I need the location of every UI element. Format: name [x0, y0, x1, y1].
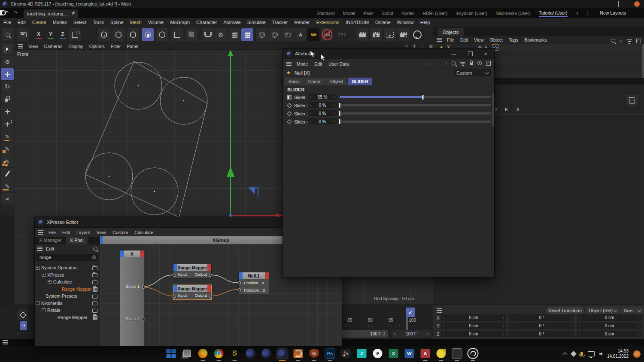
- taskbar-app-icon[interactable]: Z: [356, 348, 368, 359]
- redo-icon[interactable]: ↷: [14, 10, 18, 16]
- timeline-marker[interactable]: 0: [20, 321, 27, 330]
- taskbar-app-icon[interactable]: [436, 348, 447, 359]
- step-right-icon[interactable]: ›: [334, 103, 335, 107]
- taskbar-app-icon[interactable]: [213, 348, 225, 359]
- attributes-menu-item[interactable]: Edit: [314, 61, 322, 66]
- taskbar-app-icon[interactable]: [468, 348, 479, 359]
- objects-tab[interactable]: Objects: [437, 28, 464, 36]
- rm1-input-port[interactable]: [173, 274, 176, 277]
- clear-search-icon[interactable]: ✕: [92, 255, 96, 259]
- slider-value-stepper[interactable]: ‹ 0 % ›: [307, 110, 337, 116]
- add-tab-button[interactable]: +: [72, 9, 76, 16]
- spline-pen-tool[interactable]: ✎: [1, 130, 14, 142]
- model-mode-icon[interactable]: [142, 28, 154, 41]
- step-right-icon[interactable]: ›: [334, 111, 335, 115]
- keyframe-icon[interactable]: [287, 119, 292, 124]
- axis-x-button[interactable]: X: [33, 28, 45, 41]
- target-icon[interactable]: [477, 61, 482, 65]
- tree-item[interactable]: Range Mapper: [35, 314, 100, 321]
- filter-icon[interactable]: [460, 62, 465, 63]
- layout-tab[interactable]: HDRI (User): [422, 9, 447, 17]
- reset-transform-button[interactable]: Reset Transform: [546, 307, 584, 314]
- layout-toggle[interactable]: [0, 10, 6, 15]
- maximize-button[interactable]: [618, 2, 619, 7]
- mode-select[interactable]: Object (Rel): [586, 307, 620, 314]
- taskbar-app-icon[interactable]: [261, 348, 272, 359]
- fcurve-mode-icon[interactable]: ↙: [406, 308, 415, 317]
- object-manager-menu-icon[interactable]: [437, 38, 442, 42]
- position-field[interactable]: ‹0 cm›: [441, 331, 506, 337]
- xpresso-menu-item[interactable]: View: [97, 230, 106, 235]
- material-ring-icon[interactable]: [411, 28, 423, 41]
- menu-item[interactable]: Select: [73, 20, 87, 25]
- menu-item[interactable]: Window: [397, 20, 414, 25]
- step-left-icon[interactable]: ‹: [310, 103, 311, 107]
- render-settings-icon[interactable]: [398, 28, 410, 41]
- home-icon[interactable]: ⌂: [620, 38, 623, 44]
- menu-item[interactable]: Spline: [110, 20, 124, 25]
- tree-item[interactable]: Rotate: [35, 307, 100, 314]
- xpresso-tab[interactable]: X-Manager: [35, 237, 66, 244]
- layout-tab[interactable]: Nodes: [401, 9, 414, 17]
- dropbox-icon[interactable]: [571, 351, 577, 357]
- add-layout-button[interactable]: +: [576, 10, 579, 16]
- annotation-a-icon[interactable]: A: [295, 28, 307, 41]
- search-icon[interactable]: [2, 28, 14, 41]
- speaker-icon[interactable]: [599, 352, 602, 356]
- keyframe-icon[interactable]: [287, 95, 292, 100]
- points-mode-icon[interactable]: [98, 28, 110, 41]
- tray-expand-icon[interactable]: [562, 352, 567, 357]
- taskbar-app-icon[interactable]: [197, 348, 209, 359]
- rotate-tool[interactable]: ↻: [1, 81, 14, 93]
- rotation-field[interactable]: ‹0 °›: [509, 331, 574, 337]
- x-null-node[interactable]: X Slider 1 Slider 2: [120, 250, 144, 346]
- size-field[interactable]: ‹0 cm›: [577, 331, 642, 337]
- popout-icon[interactable]: [486, 61, 491, 66]
- layout-tab[interactable]: Insydium (User): [456, 9, 487, 17]
- taskbar-app-icon[interactable]: A: [420, 348, 431, 359]
- target-circle-icon[interactable]: [256, 28, 268, 41]
- expand-icon[interactable]: [42, 273, 46, 277]
- viewport-menu-item[interactable]: Panel: [127, 44, 138, 49]
- taskbar-app-icon[interactable]: [452, 348, 463, 359]
- expand-icon[interactable]: [36, 301, 39, 305]
- menu-item[interactable]: Modes: [53, 20, 67, 25]
- object-manager-menu-item[interactable]: View: [474, 37, 484, 42]
- menu-item[interactable]: Create: [32, 20, 46, 25]
- attributes-tab[interactable]: SLIDER: [348, 78, 373, 85]
- step-left-icon[interactable]: ‹: [310, 95, 311, 99]
- maximize-button[interactable]: [466, 50, 474, 57]
- menu-item[interactable]: INSYDIUM: [346, 20, 369, 25]
- attributes-menu-item[interactable]: Mode: [297, 61, 308, 66]
- viewport-menu-icon[interactable]: [18, 44, 23, 48]
- attributes-menu-item[interactable]: User Data: [328, 61, 349, 66]
- object-manager-menu-item[interactable]: Bookmarks: [524, 37, 547, 42]
- document-tab[interactable]: touching_rectang... ×: [24, 9, 78, 18]
- search-icon[interactable]: [452, 61, 456, 65]
- gear-circle-icon[interactable]: [269, 28, 281, 41]
- layout-tab[interactable]: Tutorial (User): [539, 9, 568, 17]
- forward-icon[interactable]: →: [436, 60, 441, 66]
- clock[interactable]: 14:53 14.01.2022: [607, 349, 629, 359]
- xpresso-menu-item[interactable]: Edit: [62, 230, 70, 235]
- taskbar-app-icon[interactable]: [277, 348, 288, 359]
- step-right-icon[interactable]: ›: [334, 95, 335, 99]
- workplane-mode-icon[interactable]: [185, 28, 197, 41]
- layout-tab[interactable]: Paint: [363, 9, 374, 17]
- xpool-menu-icon[interactable]: [37, 247, 43, 251]
- attributes-menu-icon[interactable]: [286, 62, 292, 66]
- menu-item[interactable]: Help: [420, 20, 430, 25]
- close-button[interactable]: [634, 1, 640, 7]
- rm2-output-port[interactable]: [209, 295, 212, 298]
- taskbar-app-icon[interactable]: [293, 348, 304, 359]
- object-manager-menu-item[interactable]: File: [447, 37, 454, 42]
- grid-lock-icon[interactable]: [241, 28, 253, 41]
- attributes-tab[interactable]: Object: [326, 78, 347, 85]
- attributes-tab[interactable]: Coord.: [304, 78, 326, 85]
- xpresso-menu-item[interactable]: Layout: [76, 230, 90, 235]
- axis-z-button[interactable]: Z: [57, 28, 69, 41]
- menu-item[interactable]: Tools: [93, 20, 104, 25]
- display-icon[interactable]: [588, 351, 595, 356]
- xpresso-menu-item[interactable]: Calculate: [134, 230, 153, 235]
- knife-tool[interactable]: [1, 168, 14, 180]
